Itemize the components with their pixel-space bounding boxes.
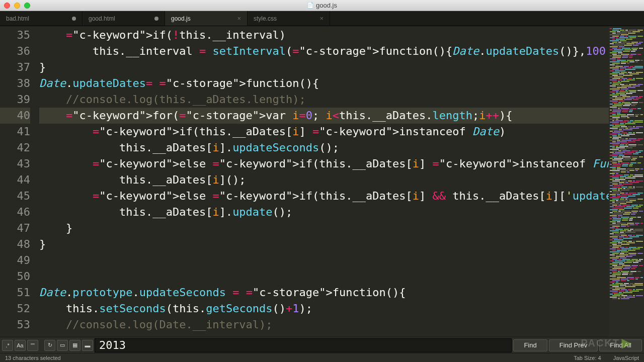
code-line[interactable]: ="c-keyword">for(="c-storage">var i=0; i…: [39, 108, 609, 124]
line-number: 51: [0, 285, 30, 301]
document-icon: 📄: [307, 2, 314, 9]
line-number: 47: [0, 220, 30, 236]
line-number: 39: [0, 92, 30, 108]
line-number: 49: [0, 252, 30, 268]
line-number: 46: [0, 204, 30, 220]
maximize-window-button[interactable]: [24, 3, 30, 9]
minimap[interactable]: [609, 26, 644, 337]
tab-label: bad.html: [6, 15, 29, 22]
code-line[interactable]: }: [39, 59, 609, 75]
window-title-text: good.js: [316, 2, 337, 9]
line-number: 53: [0, 317, 30, 333]
close-window-button[interactable]: [4, 3, 10, 9]
close-tab-icon[interactable]: ×: [319, 15, 324, 22]
tab-style-css[interactable]: style.css×: [248, 11, 330, 26]
code-line[interactable]: this.__aDates[i].update();: [39, 204, 609, 220]
whole-word-toggle[interactable]: "": [27, 340, 38, 351]
regex-toggle[interactable]: .*: [2, 340, 13, 351]
code-line[interactable]: //console.log(this.__aDates.length);: [39, 92, 609, 108]
line-number: 48: [0, 236, 30, 252]
line-number: 45: [0, 188, 30, 204]
close-tab-icon[interactable]: ×: [237, 15, 241, 22]
find-bar: .* Aa "" ↻ ▭ ▦ ▬ Find Find Prev Find All: [0, 337, 644, 353]
code-line[interactable]: }: [39, 236, 609, 252]
window-title: 📄 good.js: [307, 2, 337, 9]
code-line[interactable]: }: [39, 220, 609, 236]
highlight-toggle[interactable]: ▦: [69, 340, 80, 351]
code-line[interactable]: ="c-keyword">else ="c-keyword">if(this._…: [39, 188, 609, 204]
code-area[interactable]: ="c-keyword">if(!this.__interval) this._…: [39, 26, 609, 337]
tab-label: good.js: [171, 15, 191, 22]
code-line[interactable]: ="c-keyword">else ="c-keyword">if(this._…: [39, 156, 609, 172]
in-selection-toggle[interactable]: ▭: [57, 340, 68, 351]
tab-label: good.html: [89, 15, 115, 22]
editor[interactable]: 35363738394041424344454647484950515253 =…: [0, 26, 644, 337]
dirty-indicator-icon: [72, 17, 76, 21]
titlebar: 📄 good.js: [0, 0, 644, 11]
wrap-toggle[interactable]: ↻: [44, 340, 55, 351]
context-toggle[interactable]: ▬: [82, 340, 93, 351]
line-number: 38: [0, 75, 30, 92]
code-line[interactable]: //console.log(Date.__interval);: [39, 317, 609, 333]
tab-bad-html[interactable]: bad.html: [0, 11, 83, 26]
code-line[interactable]: this.__aDates[i]();: [39, 172, 609, 188]
tab-label: style.css: [254, 15, 277, 22]
line-number: 44: [0, 172, 30, 188]
code-line[interactable]: this.setSeconds(this.getSeconds()+1);: [39, 301, 609, 317]
code-line[interactable]: ="c-keyword">if(this.__aDates[i] ="c-key…: [39, 124, 609, 140]
code-line[interactable]: this.__interval = setInterval(="c-storag…: [39, 43, 609, 59]
selection-status: 13 characters selected: [5, 355, 61, 361]
line-number: 42: [0, 140, 30, 156]
find-prev-button[interactable]: Find Prev: [549, 339, 598, 351]
case-sensitive-toggle[interactable]: Aa: [15, 340, 26, 351]
line-number: 52: [0, 301, 30, 317]
code-line[interactable]: [39, 252, 609, 268]
line-number-gutter: 35363738394041424344454647484950515253: [0, 26, 39, 337]
code-line[interactable]: Date.prototype.updateSeconds = ="c-stora…: [39, 285, 609, 301]
code-line[interactable]: this.__aDates[i].updateSeconds();: [39, 140, 609, 156]
line-number: 43: [0, 156, 30, 172]
code-line[interactable]: Date.updateDates= ="c-storage">function(…: [39, 75, 609, 92]
language-status[interactable]: JavaScript: [613, 355, 639, 361]
window-controls: [4, 3, 30, 9]
tab-good-js[interactable]: good.js×: [165, 11, 248, 26]
line-number: 35: [0, 27, 30, 43]
tab-bar: bad.htmlgood.htmlgood.js×style.css×: [0, 11, 644, 26]
line-number: 37: [0, 59, 30, 75]
find-input[interactable]: [95, 338, 512, 352]
line-number: 41: [0, 124, 30, 140]
status-bar: 13 characters selected Tab Size: 4 JavaS…: [0, 353, 644, 362]
line-number: 36: [0, 43, 30, 59]
code-line[interactable]: [39, 268, 609, 285]
tab-good-html[interactable]: good.html: [83, 11, 165, 26]
find-all-button[interactable]: Find All: [599, 339, 642, 351]
line-number: 50: [0, 268, 30, 285]
code-line[interactable]: ="c-keyword">if(!this.__interval): [39, 27, 609, 43]
dirty-indicator-icon: [154, 17, 158, 21]
find-button[interactable]: Find: [513, 339, 547, 351]
tab-size-status[interactable]: Tab Size: 4: [574, 355, 601, 361]
line-number: 40: [0, 108, 30, 124]
minimize-window-button[interactable]: [14, 3, 20, 9]
